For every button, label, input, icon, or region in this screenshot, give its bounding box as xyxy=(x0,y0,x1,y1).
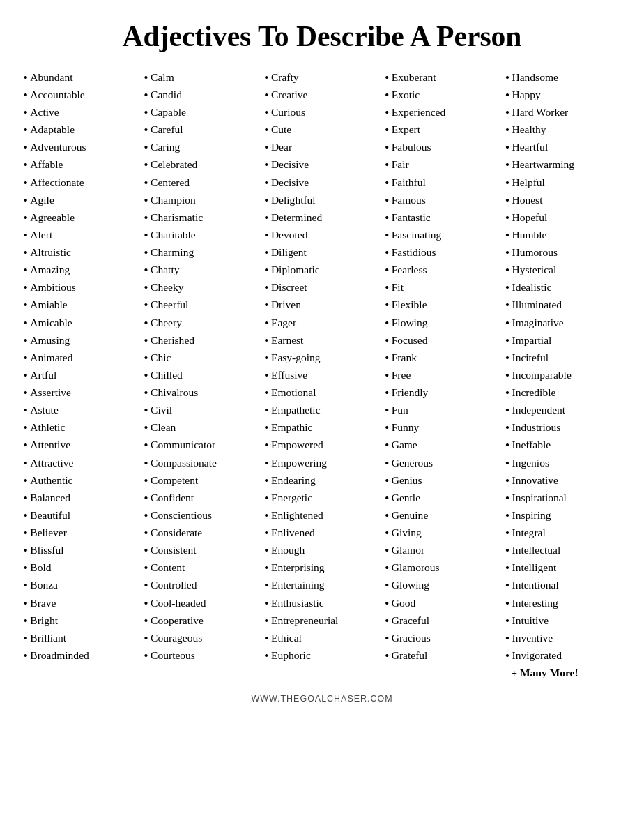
list-item: Graceful xyxy=(385,612,500,629)
list-item: Authentic xyxy=(24,471,139,489)
list-item: Accountable xyxy=(24,86,139,103)
list-item: Intelligent xyxy=(505,559,620,576)
list-item: Incredible xyxy=(505,384,620,401)
list-item: Invigorated xyxy=(505,646,620,664)
list-item: Intellectual xyxy=(505,541,620,559)
list-item: Hopeful xyxy=(505,208,620,226)
list-item: Inspiring xyxy=(505,506,620,524)
list-item: Integral xyxy=(505,524,620,541)
list-item: Champion xyxy=(144,191,259,208)
list-item: Exuberant xyxy=(385,68,500,86)
list-item: Honest xyxy=(505,191,620,208)
list-item: Cooperative xyxy=(144,612,259,629)
list-item: Hard Worker xyxy=(505,103,620,121)
list-item: Calm xyxy=(144,68,259,86)
list-item: Giving xyxy=(385,524,500,541)
list-item: Driven xyxy=(265,296,380,313)
list-item: Content xyxy=(144,559,259,576)
list-item: Glowing xyxy=(385,576,500,593)
list-item: Flexible xyxy=(385,296,500,313)
list-item: Friendly xyxy=(385,384,500,401)
list-item: Intuitive xyxy=(505,612,620,629)
list-item: Chivalrous xyxy=(144,384,259,401)
list-item: Cool-headed xyxy=(144,594,259,612)
list-item: Conscientious xyxy=(144,506,259,524)
list-item: Believer xyxy=(24,524,139,541)
list-item: Attentive xyxy=(24,436,139,453)
list-item: Inciteful xyxy=(505,349,620,366)
list-item: Glamorous xyxy=(385,559,500,576)
list-item: Impartial xyxy=(505,331,620,349)
list-item: Adventurous xyxy=(24,138,139,156)
list-item: Fastidious xyxy=(385,243,500,261)
list-item: Cheeky xyxy=(144,278,259,296)
list-item: Grateful xyxy=(385,646,500,664)
list-item: Glamor xyxy=(385,541,500,559)
list-item: Independent xyxy=(505,401,620,418)
list-item: Good xyxy=(385,594,500,612)
list-item: Endearing xyxy=(265,471,380,489)
list-item: Celebrated xyxy=(144,156,259,173)
list-item: Blissful xyxy=(24,541,139,559)
list-item: Interesting xyxy=(505,594,620,612)
list-item: Charming xyxy=(144,243,259,261)
list-item: Adaptable xyxy=(24,121,139,138)
list-item: Fascinating xyxy=(385,226,500,243)
list-item: Hysterical xyxy=(505,261,620,278)
list-item: Eager xyxy=(265,314,380,331)
list-item: Humble xyxy=(505,226,620,243)
list-item: Enthusiastic xyxy=(265,594,380,612)
list-item: Amusing xyxy=(24,331,139,349)
list-item: Careful xyxy=(144,121,259,138)
list-item: Crafty xyxy=(265,68,380,86)
list-item: Effusive xyxy=(265,366,380,384)
list-item: Civil xyxy=(144,401,259,418)
list-item: Brilliant xyxy=(24,629,139,646)
list-item: Agreeable xyxy=(24,208,139,226)
list-item: Amicable xyxy=(24,314,139,331)
page-title: Adjectives To Describe A Person xyxy=(21,21,623,53)
list-item: Astute xyxy=(24,401,139,418)
list-item: Bold xyxy=(24,559,139,576)
list-item: Dear xyxy=(265,138,380,156)
list-item: Euphoric xyxy=(265,646,380,664)
list-item: Balanced xyxy=(24,489,139,506)
list-item: Beautiful xyxy=(24,506,139,524)
list-item: Compassionate xyxy=(144,454,259,471)
list-item: Funny xyxy=(385,418,500,436)
list-item: Discreet xyxy=(265,278,380,296)
list-item: Entertaining xyxy=(265,576,380,593)
list-item: Cherished xyxy=(144,331,259,349)
list-item: Emotional xyxy=(265,384,380,401)
list-item: Delightful xyxy=(265,191,380,208)
adjectives-columns: AbundantAccountableActiveAdaptableAdvent… xyxy=(21,68,623,681)
list-item: Candid xyxy=(144,86,259,103)
list-item: Imaginative xyxy=(505,314,620,331)
list-item: Assertive xyxy=(24,384,139,401)
list-item: Clean xyxy=(144,418,259,436)
footer-url: WWW.THEGOALCHASER.COM xyxy=(21,694,623,704)
list-item: Focused xyxy=(385,331,500,349)
list-item: Competent xyxy=(144,471,259,489)
list-item: Earnest xyxy=(265,331,380,349)
list-item: Enough xyxy=(265,541,380,559)
list-item: Free xyxy=(385,366,500,384)
list-item: Exotic xyxy=(385,86,500,103)
list-item: Helpful xyxy=(505,174,620,191)
list-item: Gentle xyxy=(385,489,500,506)
list-item: Athletic xyxy=(24,418,139,436)
column-5: HandsomeHappyHard WorkerHealthyHeartfulH… xyxy=(503,68,623,681)
list-item: Curious xyxy=(265,103,380,121)
list-item: Frank xyxy=(385,349,500,366)
list-item: Affable xyxy=(24,156,139,173)
list-item: Happy xyxy=(505,86,620,103)
list-item: Communicator xyxy=(144,436,259,453)
list-item: Ethical xyxy=(265,629,380,646)
list-item: Illuminated xyxy=(505,296,620,313)
list-item: Incomparable xyxy=(505,366,620,384)
list-item: Charismatic xyxy=(144,208,259,226)
list-item: Game xyxy=(385,436,500,453)
list-item: Flowing xyxy=(385,314,500,331)
list-item: Amiable xyxy=(24,296,139,313)
list-item: Devoted xyxy=(265,226,380,243)
